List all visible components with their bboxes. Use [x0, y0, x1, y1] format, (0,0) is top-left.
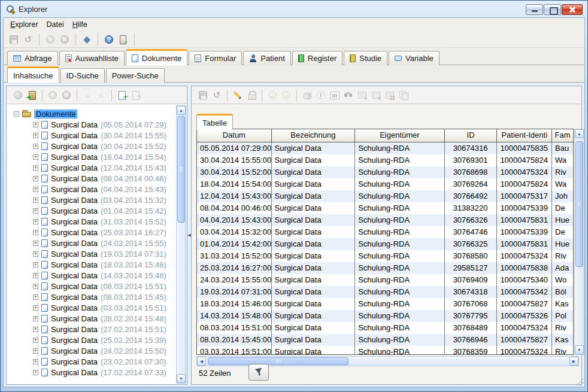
table-row[interactable]: 18.04.2014 15:54:00 Surgical Data Schulu… — [197, 178, 573, 190]
expand-expander-icon[interactable] — [33, 219, 38, 224]
scroll-thumb[interactable] — [575, 141, 583, 267]
expand-expander-icon[interactable] — [33, 144, 38, 149]
scroll-down-icon[interactable] — [575, 345, 584, 354]
table-row[interactable]: 04.04.2014 15:43:00 Surgical Data Schulu… — [197, 214, 573, 226]
scroll-left-icon[interactable] — [197, 357, 206, 366]
minimize-button[interactable] — [526, 4, 543, 15]
tree-item-surgical-data[interactable]: Surgical Data (27.02.2014 15:51) — [7, 324, 187, 335]
expand-expander-icon[interactable] — [33, 370, 38, 375]
expand-expander-icon[interactable] — [33, 348, 38, 354]
close-button[interactable] — [562, 4, 583, 15]
table-row[interactable]: 14.03.2014 15:48:00 Surgical Data Schulu… — [197, 310, 573, 322]
tree-item-surgical-data[interactable]: Surgical Data (25.02.2014 15:39) — [7, 335, 187, 345]
maximize-button[interactable] — [544, 4, 561, 15]
tab-register[interactable]: Register — [292, 51, 343, 65]
table-row[interactable]: 18.03.2014 15:46:00 Surgical Data Schulu… — [197, 298, 573, 310]
column-header[interactable]: Patient-Identi — [497, 129, 552, 142]
tree-item-surgical-data[interactable]: Surgical Data (25.03.2014 16:27) — [7, 227, 187, 238]
tree-item-surgical-data[interactable]: Surgical Data (31.03.2014 15:52) — [7, 216, 187, 227]
scroll-right-icon[interactable] — [569, 357, 578, 366]
tab-patient[interactable]: Patient — [243, 51, 290, 65]
tree-item-surgical-data[interactable]: Surgical Data (28.02.2014 15:48) — [7, 313, 187, 324]
exit-icon[interactable] — [118, 34, 129, 45]
expand-expander-icon[interactable] — [33, 187, 38, 192]
table-row[interactable]: 08.04.2014 00:46:00 Surgical Data Schulu… — [197, 202, 573, 214]
tree-item-surgical-data[interactable]: Surgical Data (18.04.2014 15:54) — [7, 151, 187, 162]
help-icon[interactable] — [104, 34, 114, 45]
tree-item-surgical-data[interactable]: Surgical Data (08.03.2014 15:51) — [7, 281, 187, 291]
tree-item-surgical-data[interactable]: Surgical Data (03.03.2014 15:51) — [7, 302, 187, 313]
column-header[interactable]: Eigentümer — [355, 129, 445, 142]
expand-expander-icon[interactable] — [33, 133, 38, 138]
expand-expander-icon[interactable] — [33, 316, 38, 321]
table-row[interactable]: 12.04.2014 15:43:00 Surgical Data Schulu… — [197, 190, 573, 202]
scroll-down-icon[interactable] — [177, 374, 186, 383]
expand-expander-icon[interactable] — [33, 251, 38, 257]
subtab-id-suche[interactable]: ID-Suche — [60, 68, 105, 83]
table-row[interactable]: 08.03.2014 15:45:00 Surgical Data Schulu… — [197, 334, 573, 346]
paste-import-icon[interactable] — [26, 90, 37, 101]
expand-expander-icon[interactable] — [33, 284, 38, 289]
expand-expander-icon[interactable] — [33, 294, 38, 300]
tree-root-dokumente[interactable]: Dokumente — [7, 108, 187, 119]
table-row[interactable]: 25.03.2014 16:27:00 Surgical Data Schulu… — [197, 262, 573, 274]
table-row[interactable]: 03.03.2014 15:51:00 Surgical Data Schulu… — [197, 346, 573, 355]
expand-expander-icon[interactable] — [33, 338, 38, 343]
tree-item-surgical-data[interactable]: Surgical Data (24.02.2014 15:50) — [7, 345, 187, 356]
tab-studie[interactable]: Studie — [344, 51, 387, 65]
subtab-power-suche[interactable]: Power-Suche — [106, 68, 165, 83]
collapse-expander-icon[interactable] — [14, 111, 19, 117]
new-document-icon[interactable] — [117, 90, 128, 101]
table-row[interactable]: 24.03.2014 15:55:00 Surgical Data Schulu… — [197, 274, 573, 286]
tree-item-surgical-data[interactable]: Surgical Data (19.03.2014 07:31) — [7, 248, 187, 259]
expand-expander-icon[interactable] — [33, 305, 38, 311]
tree-scrollbar[interactable] — [176, 105, 186, 384]
expand-expander-icon[interactable] — [33, 165, 38, 171]
expand-expander-icon[interactable] — [33, 208, 38, 214]
table-row[interactable]: 05.05.2014 07:29:00 Surgical Data Schulu… — [197, 142, 573, 154]
edit-pencil-icon[interactable] — [232, 90, 243, 101]
expand-expander-icon[interactable] — [33, 176, 38, 181]
tree-item-surgical-data[interactable]: Surgical Data (17.02.2014 07:33) — [7, 367, 187, 378]
table-row[interactable]: 08.03.2014 15:51:00 Surgical Data Schulu… — [197, 322, 573, 334]
table-row[interactable]: 19.03.2014 07:31:00 Surgical Data Schulu… — [197, 286, 573, 298]
tab-abfrage[interactable]: Abfrage — [7, 51, 58, 65]
tree-item-surgical-data[interactable]: Surgical Data (30.04.2014 15:52) — [7, 141, 187, 151]
table-row[interactable]: 30.04.2014 15:55:00 Surgical Data Schulu… — [197, 154, 573, 166]
table-row[interactable]: 01.04.2014 15:42:00 Surgical Data Schulu… — [197, 238, 573, 250]
tree-item-surgical-data[interactable]: Surgical Data (18.03.2014 15:46) — [7, 259, 187, 270]
table-row[interactable]: 30.04.2014 15:52:00 Surgical Data Schulu… — [197, 166, 573, 178]
expand-expander-icon[interactable] — [33, 154, 38, 160]
expand-expander-icon[interactable] — [33, 122, 38, 127]
scroll-thumb[interactable] — [177, 116, 185, 223]
column-header[interactable]: Datum — [197, 129, 272, 142]
table-row[interactable]: 31.03.2014 15:52:00 Surgical Data Schulu… — [197, 250, 573, 262]
tree-item-surgical-data[interactable]: Surgical Data (30.04.2014 15:55) — [7, 130, 187, 141]
tree-item-surgical-data[interactable]: Surgical Data (04.04.2014 15:43) — [7, 184, 187, 195]
expand-expander-icon[interactable] — [33, 230, 38, 235]
tab-dokumente[interactable]: Dokumente — [126, 49, 187, 65]
tree-item-surgical-data[interactable]: Surgical Data (24.03.2014 15:55) — [7, 238, 187, 248]
tab-tabelle[interactable]: Tabelle — [196, 114, 233, 130]
tree-item-surgical-data[interactable]: Surgical Data (01.04.2014 15:42) — [7, 205, 187, 216]
menu-datei[interactable]: Datei — [43, 19, 68, 30]
scroll-thumb[interactable] — [208, 357, 348, 365]
expand-expander-icon[interactable] — [33, 241, 38, 246]
column-header[interactable]: Bezeichnung — [272, 129, 356, 142]
expand-expander-icon[interactable] — [33, 197, 38, 203]
tree-item-surgical-data[interactable]: Surgical Data (03.04.2014 15:32) — [7, 195, 187, 205]
tree-item-surgical-data[interactable]: Surgical Data (14.03.2014 15:48) — [7, 270, 187, 281]
tree-item-surgical-data[interactable]: Surgical Data (08.03.2014 15:45) — [7, 291, 187, 302]
scroll-up-icon[interactable] — [575, 129, 584, 138]
menu-hilfe[interactable]: Hilfe — [68, 19, 92, 30]
expand-expander-icon[interactable] — [33, 359, 38, 364]
expand-expander-icon[interactable] — [33, 273, 38, 278]
tree-item-surgical-data[interactable]: Surgical Data (23.02.2014 07:30) — [7, 356, 187, 367]
diamond-icon[interactable] — [81, 34, 92, 45]
tree-item-surgical-data[interactable]: Surgical Data (12.04.2014 15:43) — [7, 162, 187, 173]
tab-auswahlliste[interactable]: Auswahlliste — [59, 51, 125, 65]
filter-button[interactable] — [248, 364, 269, 381]
table-vertical-scrollbar[interactable] — [574, 129, 584, 355]
subtab-inhaltsuche[interactable]: Inhaltsuche — [7, 66, 59, 83]
expand-expander-icon[interactable] — [33, 262, 38, 268]
